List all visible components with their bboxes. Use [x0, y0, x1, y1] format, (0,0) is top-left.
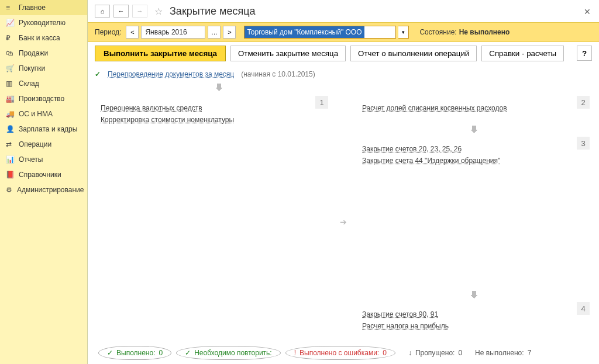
stage-number: 3	[577, 137, 590, 150]
sidebar-item-label: Продажи	[19, 49, 48, 57]
stage-4: 4 Закрытие счетов 90, 91 Расчет налога н…	[356, 302, 592, 338]
period-bar: Период: < Январь 2016 … > Торговый дом "…	[88, 22, 599, 42]
back-button[interactable]: ←	[113, 5, 129, 18]
statusbar: ✓ Выполнено: 0 ✓ Необходимо повторить: !…	[88, 342, 599, 364]
sidebar-item-catalogs[interactable]: 📕Справочники	[0, 167, 87, 182]
close-icon[interactable]: ✕	[584, 7, 591, 16]
arrow-right-icon: ➔	[340, 217, 347, 227]
check-icon: ✓	[107, 349, 113, 357]
notdone-label: Не выполнено:	[475, 349, 524, 357]
sidebar-item-label: Справочники	[19, 171, 61, 179]
period-input[interactable]: Январь 2016	[141, 26, 205, 39]
sidebar-item-admin[interactable]: ⚙Администрирование	[0, 182, 87, 197]
sidebar-item-bank[interactable]: ₽Банк и касса	[0, 30, 87, 46]
stage-1: 1 Переоценка валютных средств Корректиро…	[95, 96, 331, 338]
skipped-count: 0	[458, 349, 462, 357]
status-repeat-group: ✓ Необходимо повторить:	[176, 346, 281, 360]
status-label: Состояние:	[419, 28, 456, 36]
home-button[interactable]: ⌂	[95, 5, 110, 18]
sidebar-item-reports[interactable]: 📊Отчеты	[0, 152, 87, 167]
skipped-label: Пропущено:	[415, 349, 455, 357]
arrow-down-icon: 🡇	[95, 83, 343, 93]
sidebar-item-label: Руководителю	[19, 19, 66, 27]
sidebar-item-operations[interactable]: ⇄Операции	[0, 137, 87, 152]
page-title: Закрытие месяца	[170, 5, 255, 18]
sidebar-item-label: Банк и касса	[19, 34, 60, 42]
check-icon: ✓	[185, 349, 191, 357]
person-icon: 👤	[6, 125, 14, 133]
op-cost-adjustment[interactable]: Корректировка стоимости номенклатуры	[101, 116, 325, 124]
factory-icon: 🏭	[6, 95, 14, 103]
sidebar-item-label: Покупки	[19, 64, 45, 72]
sidebar-item-label: Отчеты	[19, 155, 43, 164]
arrow-down-icon: 🡇	[356, 290, 592, 301]
toolbar: Выполнить закрытие месяца Отменить закры…	[88, 42, 599, 64]
topbar: ⌂ ← → ☆ Закрытие месяца	[88, 0, 599, 22]
chart-up-icon: 📈	[6, 19, 14, 27]
op-profit-tax[interactable]: Расчет налога на прибыль	[362, 322, 586, 330]
report-button[interactable]: Отчет о выполнении операций	[350, 46, 477, 61]
help-button[interactable]: ?	[577, 46, 592, 61]
op-close-44[interactable]: Закрытие счета 44 "Издержки обращения"	[362, 157, 586, 165]
op-close-90-91[interactable]: Закрытие счетов 90, 91	[362, 310, 586, 318]
columns: 1 Переоценка валютных средств Корректиро…	[95, 96, 592, 342]
reference-button[interactable]: Справки - расчеты	[481, 46, 564, 61]
organization-dropdown-button[interactable]: ▾	[398, 26, 409, 39]
repost-row: ✓ Перепроведение документов за месяц (на…	[95, 70, 592, 78]
cart-icon: 🛒	[6, 64, 14, 72]
sidebar-item-purchases[interactable]: 🛒Покупки	[0, 61, 87, 76]
bag-icon: 🛍	[6, 49, 14, 57]
status-errors-group: ! Выполнено с ошибками: 0	[285, 346, 395, 360]
done-label: Выполнено:	[116, 349, 155, 357]
sidebar-item-label: Администрирование	[17, 186, 84, 194]
column-right: 2 Расчет долей списания косвенных расход…	[356, 96, 592, 342]
op-close-20-26[interactable]: Закрытие счетов 20, 23, 25, 26	[362, 145, 586, 153]
sidebar-item-salary[interactable]: 👤Зарплата и кадры	[0, 122, 87, 137]
sidebar-item-label: Главное	[19, 4, 46, 12]
stage-3: 3 Закрытие счетов 20, 23, 25, 26 Закрыти…	[356, 137, 592, 173]
column-left: 1 Переоценка валютных средств Корректиро…	[95, 96, 331, 342]
boxes-icon: ▥	[6, 79, 14, 88]
stage-number: 4	[577, 302, 590, 315]
status-value: Не выполнено	[459, 28, 510, 36]
errors-label: Выполнено с ошибками:	[300, 349, 379, 357]
star-icon[interactable]: ☆	[154, 6, 163, 17]
sidebar-item-production[interactable]: 🏭Производство	[0, 91, 87, 106]
sidebar-item-label: Производство	[19, 95, 64, 103]
stage-number: 2	[577, 96, 590, 109]
menu-icon: ≡	[6, 4, 14, 12]
check-icon: ✓	[95, 70, 101, 78]
sidebar-item-main[interactable]: ≡Главное	[0, 0, 87, 15]
period-label: Период:	[95, 28, 121, 36]
status-skipped-group: ↓ Пропущено: 0	[408, 349, 462, 357]
period-pick-button[interactable]: …	[208, 26, 221, 39]
sliders-icon: ⇄	[6, 140, 14, 148]
sidebar-item-manager[interactable]: 📈Руководителю	[0, 15, 87, 30]
main-area: ✕ ⌂ ← → ☆ Закрытие месяца Период: < Янва…	[88, 0, 599, 364]
gear-icon: ⚙	[6, 186, 12, 194]
sidebar: ≡Главное 📈Руководителю ₽Банк и касса 🛍Пр…	[0, 0, 88, 364]
arrow-down-icon: 🡇	[356, 125, 592, 136]
sidebar-item-label: Операции	[19, 140, 51, 148]
alert-icon: !	[294, 349, 296, 357]
status-notdone-group: Не выполнено: 7	[475, 349, 531, 357]
forward-button[interactable]: →	[132, 5, 147, 18]
execute-button[interactable]: Выполнить закрытие месяца	[95, 46, 226, 61]
organization-input[interactable]: Торговый дом "Комплексный" ООО	[244, 26, 396, 39]
sidebar-item-warehouse[interactable]: ▥Склад	[0, 76, 87, 91]
stage-2: 2 Расчет долей списания косвенных расход…	[356, 96, 592, 120]
repost-link[interactable]: Перепроведение документов за месяц	[108, 70, 234, 78]
status-done-group: ✓ Выполнено: 0	[98, 346, 171, 360]
truck-icon: 🚚	[6, 110, 14, 118]
op-indirect-shares[interactable]: Расчет долей списания косвенных расходов	[362, 104, 586, 112]
skip-icon: ↓	[408, 349, 412, 357]
done-count: 0	[159, 349, 163, 357]
sidebar-item-sales[interactable]: 🛍Продажи	[0, 46, 87, 61]
op-revalue-currency[interactable]: Переоценка валютных средств	[101, 104, 325, 112]
notdone-count: 7	[528, 349, 532, 357]
stage-number: 1	[315, 96, 328, 109]
period-next-button[interactable]: >	[223, 26, 236, 39]
period-prev-button[interactable]: <	[126, 26, 139, 39]
cancel-button[interactable]: Отменить закрытие месяца	[230, 46, 346, 61]
sidebar-item-assets[interactable]: 🚚ОС и НМА	[0, 106, 87, 122]
